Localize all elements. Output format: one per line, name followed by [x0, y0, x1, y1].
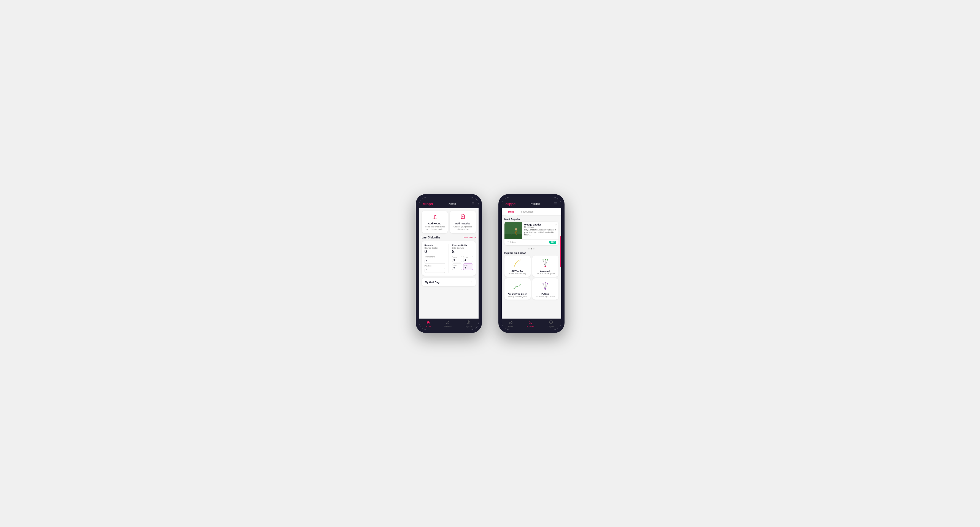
add-practice-desc: Capture your practice off-the-course: [452, 225, 474, 230]
skill-approach[interactable]: Approach Dial-in to hit the green: [532, 256, 558, 277]
rounds-col: Rounds Rounds Capture 0 Tournament 0: [425, 244, 445, 273]
svg-point-9: [515, 228, 517, 230]
tournament-label: Tournament: [425, 256, 445, 258]
svg-point-17: [547, 259, 548, 260]
nav-home-2[interactable]: Home: [508, 320, 514, 327]
svg-point-2: [434, 218, 435, 219]
svg-rect-8: [504, 234, 522, 239]
svg-point-22: [542, 283, 544, 284]
skill-around-the-green[interactable]: Around The Green Hone your short game: [504, 278, 531, 300]
add-round-icon: [431, 214, 438, 221]
capture-nav-icon-2: [549, 320, 553, 325]
add-practice-card[interactable]: Add Practice Capture your practice off-t…: [450, 211, 476, 233]
golf-bag-row[interactable]: My Golf Bag ›: [422, 278, 476, 286]
phone-practice-screen: clippd Practice ☰ Drills Favourites M: [502, 197, 561, 330]
approach-icon: [540, 258, 551, 269]
phone-home-screen: clippd Home ☰: [419, 197, 479, 330]
practice-stat-row: 0: [425, 268, 445, 273]
add-round-card[interactable]: Add Round Record your shots in fast or e…: [422, 211, 448, 233]
approach-desc: Dial-in to hit the green: [536, 273, 555, 275]
add-practice-icon: [460, 214, 466, 221]
ott-stat-box: OTT 0: [452, 256, 462, 262]
featured-app-badge: APP: [549, 241, 556, 244]
tab-favourites[interactable]: Favourites: [518, 208, 536, 215]
ott-value: 0: [453, 259, 461, 261]
menu-icon-2[interactable]: ☰: [554, 202, 557, 206]
nav-home[interactable]: Home: [426, 320, 431, 327]
golf-bag-chevron: ›: [471, 281, 472, 284]
capture-nav-label-2: Capture: [547, 325, 554, 327]
rounds-col-title: Rounds: [425, 244, 445, 246]
off-the-tee-desc: Power and accuracy: [509, 273, 526, 275]
svg-point-24: [547, 283, 548, 284]
tournament-value: 0: [426, 260, 444, 263]
home-nav-label: Home: [426, 325, 431, 327]
drills-capture-value: 8: [452, 249, 473, 254]
featured-shots-label: 9 shots: [510, 241, 516, 243]
most-popular-section: Most Popular ☆: [502, 216, 561, 251]
featured-card-inner: Wedge Ladder 50–100 yds Play 1 shot at e…: [504, 222, 558, 239]
putt-stat-box: PUTT 4: [463, 264, 473, 270]
drills-top-row: OTT 0 APP 4: [452, 256, 473, 262]
svg-point-11: [514, 265, 515, 267]
phone-practice: clippd Practice ☰ Drills Favourites M: [498, 194, 565, 333]
nav-activities[interactable]: Activities: [444, 320, 452, 327]
tournament-stat-box: 0: [425, 259, 445, 264]
around-the-green-title: Around The Green: [508, 293, 527, 295]
star-icon[interactable]: ☆: [555, 223, 557, 226]
drills-capture-label: Drills Capture: [452, 247, 473, 249]
featured-drill-card[interactable]: ☆: [504, 222, 558, 245]
arg-value: 0: [453, 266, 461, 269]
putting-icon: [540, 281, 551, 292]
practice-stat-box: 0: [425, 268, 445, 273]
off-the-tee-icon: [512, 258, 523, 269]
nav-title-home: Home: [449, 202, 456, 205]
off-the-tee-title: Off The Tee: [511, 270, 523, 272]
nav-capture-2[interactable]: Capture: [547, 320, 554, 327]
nav-capture[interactable]: Capture: [465, 320, 472, 327]
featured-drill-title: Wedge Ladder: [524, 223, 556, 226]
scene: clippd Home ☰: [405, 183, 576, 344]
practice-label: Practice: [425, 265, 445, 267]
stats-box: Rounds Rounds Capture 0 Tournament 0: [422, 241, 476, 276]
capture-nav-label: Capture: [465, 325, 472, 327]
app-value: 4: [465, 259, 472, 261]
dot-1[interactable]: [528, 248, 530, 249]
svg-point-12: [518, 263, 519, 264]
svg-point-26: [544, 289, 546, 289]
svg-point-16: [545, 259, 546, 260]
activity-section-title: Last 3 Months: [422, 236, 440, 239]
menu-icon[interactable]: ☰: [471, 202, 474, 206]
status-bar-2: [502, 197, 561, 200]
putting-desc: Make and lag practice: [536, 295, 555, 297]
around-the-green-icon: [512, 281, 523, 292]
dot-3[interactable]: [533, 248, 535, 249]
skill-putting[interactable]: Putting Make and lag practice: [532, 278, 558, 300]
add-round-title: Add Round: [428, 222, 441, 225]
dot-2[interactable]: [531, 248, 532, 249]
drills-bottom-row: ARG 0 PUTT 4: [452, 264, 473, 270]
bottom-nav-practice: Home Activities: [502, 319, 561, 330]
rounds-capture-label: Rounds Capture: [425, 247, 445, 249]
rounds-capture-value: 0: [425, 249, 445, 254]
svg-point-13: [519, 261, 520, 262]
view-activity-link[interactable]: View Activity: [463, 236, 476, 239]
drills-col-title: Practice Drills: [452, 244, 473, 246]
svg-point-21: [520, 284, 521, 285]
nav-activities-2[interactable]: Activities: [527, 320, 535, 327]
tournament-stat-row: 0: [425, 259, 445, 264]
skill-off-the-tee[interactable]: Off The Tee Power and accuracy: [504, 256, 531, 277]
stats-divider: [449, 244, 449, 273]
nav-bar-home: clippd Home ☰: [419, 200, 479, 208]
svg-rect-1: [434, 215, 435, 218]
tab-drills[interactable]: Drills: [506, 208, 517, 215]
activities-nav-label: Activities: [444, 325, 452, 327]
carousel-dots: [502, 247, 561, 251]
status-bar: [419, 197, 479, 200]
featured-drill-content: Wedge Ladder 50–100 yds Play 1 shot at e…: [522, 222, 558, 239]
practice-content: Most Popular ☆: [502, 216, 561, 319]
skill-grid: Off The Tee Power and accuracy: [502, 256, 561, 302]
activities-nav-icon: [446, 320, 450, 325]
home-content: Add Round Record your shots in fast or e…: [419, 208, 479, 319]
home-nav-label-2: Home: [508, 325, 514, 327]
